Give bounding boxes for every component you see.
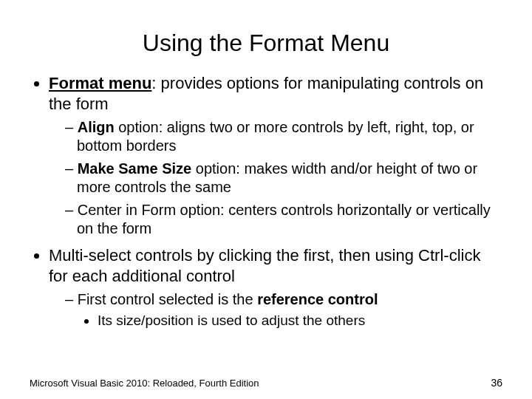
page-number: 36 bbox=[491, 377, 502, 389]
sub-list: First control selected is the reference … bbox=[49, 290, 502, 330]
sub-item: Make Same Size option: makes width and/o… bbox=[65, 160, 502, 197]
subsub-list: Its size/position is used to adjust the … bbox=[77, 312, 502, 330]
sub-item: First control selected is the reference … bbox=[65, 290, 502, 330]
footer-text: Microsoft Visual Basic 2010: Reloaded, F… bbox=[30, 378, 259, 389]
subsub-item: Its size/position is used to adjust the … bbox=[98, 312, 502, 330]
bullet-item: Multi-select controls by clicking the fi… bbox=[49, 245, 502, 330]
text: Its size/position is used to adjust the … bbox=[98, 313, 365, 328]
footer: Microsoft Visual Basic 2010: Reloaded, F… bbox=[30, 378, 502, 389]
sub-item: Align option: aligns two or more control… bbox=[65, 118, 502, 155]
term-make-same-size: Make Same Size bbox=[78, 160, 192, 177]
text: Center in Form option: centers controls … bbox=[77, 202, 491, 236]
text: Multi-select controls by clicking the fi… bbox=[49, 246, 480, 285]
text: option: aligns two or more controls by l… bbox=[77, 119, 474, 154]
bullet-list: Format menu: provides options for manipu… bbox=[30, 73, 502, 330]
page-title: Using the Format Menu bbox=[30, 30, 502, 57]
term-format-menu: Format menu bbox=[49, 74, 151, 92]
term-reference-control: reference control bbox=[257, 291, 378, 307]
text: First control selected is the bbox=[78, 291, 257, 307]
sub-item: Center in Form option: centers controls … bbox=[65, 201, 502, 238]
term-align: Align bbox=[78, 119, 115, 135]
slide: Using the Format Menu Format menu: provi… bbox=[0, 0, 532, 399]
bullet-item: Format menu: provides options for manipu… bbox=[49, 73, 502, 238]
sub-list: Align option: aligns two or more control… bbox=[49, 118, 502, 238]
